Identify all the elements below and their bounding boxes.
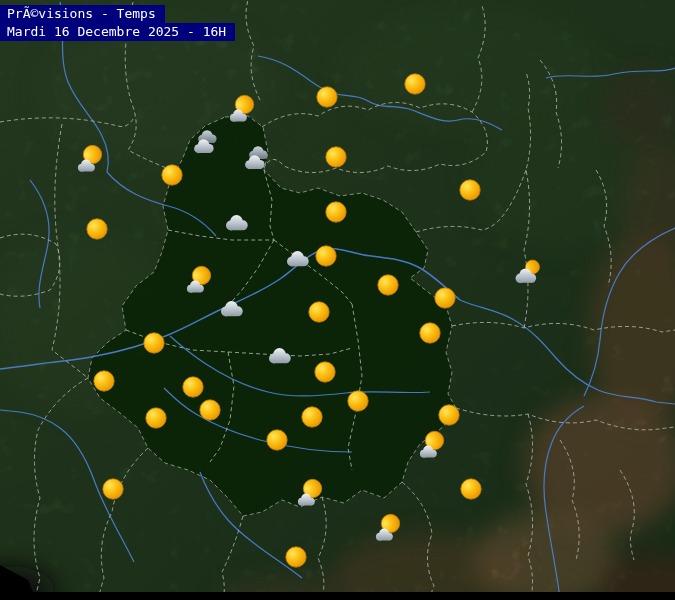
weather-icon-sun [309, 302, 329, 322]
weather-icon-sun [348, 391, 368, 411]
weather-icon-sun [267, 430, 287, 450]
weather-icon-sun [405, 74, 425, 94]
weather-icon-sun [461, 479, 481, 499]
weather-icon-sun [103, 479, 123, 499]
weather-icon-sun [94, 371, 114, 391]
weather-icon-sun [146, 408, 166, 428]
forecast-title: PrÃ©visions - Temps [0, 5, 165, 23]
weather-icon-sun [162, 165, 182, 185]
weather-icon-sun [326, 202, 346, 222]
weather-icon-sun [302, 407, 322, 427]
weather-forecast-map-screen: PrÃ©visions - Temps Mardi 16 Decembre 20… [0, 0, 675, 600]
weather-icon-sun [315, 362, 335, 382]
weather-icon-sun [378, 275, 398, 295]
france-terrain-map [0, 0, 675, 600]
forecast-datetime: Mardi 16 Decembre 2025 - 16H [0, 23, 235, 41]
titlebar: PrÃ©visions - Temps Mardi 16 Decembre 20… [0, 5, 235, 41]
weather-icon-sun [286, 547, 306, 567]
weather-icon-sun [439, 405, 459, 425]
weather-icon-sun [183, 377, 203, 397]
bottom-black-bar [0, 592, 675, 600]
weather-icon-sun [316, 246, 336, 266]
weather-icon-sun [87, 219, 107, 239]
weather-icon-sun [420, 323, 440, 343]
weather-icon-sun [435, 288, 455, 308]
weather-icon-sun [460, 180, 480, 200]
weather-icon-sun [200, 400, 220, 420]
weather-icon-sun [144, 333, 164, 353]
weather-icon-sun [317, 87, 337, 107]
weather-icon-sun [326, 147, 346, 167]
